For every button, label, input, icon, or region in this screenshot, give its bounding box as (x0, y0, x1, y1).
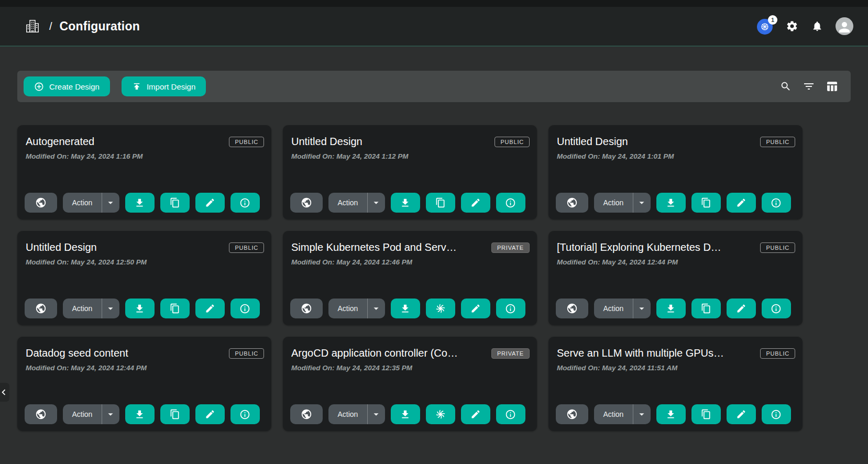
design-card[interactable]: Autogenerated PUBLIC Modified On: May 24… (17, 125, 271, 219)
action-button-label[interactable]: Action (328, 304, 367, 313)
edit-button[interactable] (461, 404, 490, 424)
bell-icon[interactable] (810, 19, 824, 33)
caret-down-icon[interactable] (633, 197, 651, 208)
design-title: Untitled Design (557, 136, 628, 148)
clone-button[interactable] (426, 193, 455, 213)
visibility-globe-button[interactable] (556, 299, 588, 318)
edit-button[interactable] (195, 193, 225, 213)
visibility-globe-button[interactable] (25, 299, 57, 318)
action-button-label[interactable]: Action (63, 304, 102, 313)
action-button-label[interactable]: Action (63, 198, 102, 207)
action-split-button[interactable]: Action (63, 299, 119, 318)
download-button[interactable] (391, 404, 420, 424)
action-button-label[interactable]: Action (328, 198, 367, 207)
caret-down-icon[interactable] (368, 197, 385, 208)
info-button[interactable] (762, 404, 791, 424)
visibility-globe-button[interactable] (556, 193, 588, 213)
card-actions: Action (290, 404, 525, 424)
info-button[interactable] (496, 193, 525, 213)
visibility-globe-button[interactable] (25, 404, 57, 424)
caret-down-icon[interactable] (633, 408, 651, 420)
edit-button[interactable] (461, 193, 490, 213)
action-split-button[interactable]: Action (328, 404, 385, 424)
action-split-button[interactable]: Action (594, 299, 651, 318)
visibility-globe-button[interactable] (290, 404, 323, 424)
filter-icon[interactable] (803, 80, 815, 93)
design-button[interactable] (426, 299, 455, 318)
download-button[interactable] (125, 193, 155, 213)
design-card[interactable]: ArgoCD application controller (Co… PRIVA… (283, 337, 537, 431)
table-view-icon[interactable] (826, 80, 838, 93)
design-card[interactable]: Untitled Design PUBLIC Modified On: May … (283, 125, 537, 219)
edit-button[interactable] (727, 193, 756, 213)
download-button[interactable] (656, 404, 686, 424)
action-button-label[interactable]: Action (594, 304, 633, 313)
download-button[interactable] (391, 299, 420, 318)
caret-down-icon[interactable] (633, 303, 651, 314)
download-button[interactable] (125, 299, 155, 318)
search-icon[interactable] (779, 80, 792, 93)
caret-down-icon[interactable] (102, 303, 119, 314)
globe-icon (35, 303, 47, 314)
clone-button[interactable] (160, 299, 190, 318)
design-card[interactable]: Simple Kubernetes Pod and Serv… PRIVATE … (283, 231, 537, 325)
design-card[interactable]: Untitled Design PUBLIC Modified On: May … (17, 231, 271, 325)
action-button-label[interactable]: Action (63, 410, 102, 418)
design-card[interactable]: Untitled Design PUBLIC Modified On: May … (548, 125, 803, 219)
caret-down-icon[interactable] (368, 303, 385, 314)
clone-button[interactable] (160, 193, 190, 213)
import-design-button[interactable]: Import Design (122, 76, 206, 96)
visibility-globe-button[interactable] (556, 404, 588, 424)
visibility-globe-button[interactable] (290, 193, 323, 213)
create-design-label: Create Design (49, 82, 100, 91)
action-split-button[interactable]: Action (328, 193, 385, 213)
edit-button[interactable] (195, 404, 225, 424)
building-icon[interactable] (24, 18, 41, 35)
info-icon (771, 409, 782, 420)
action-split-button[interactable]: Action (594, 193, 651, 213)
action-button-label[interactable]: Action (594, 198, 633, 207)
info-button[interactable] (496, 404, 525, 424)
caret-down-icon[interactable] (368, 408, 385, 420)
kubernetes-context-button[interactable]: 1 (757, 18, 774, 35)
clone-button[interactable] (691, 193, 721, 213)
action-split-button[interactable]: Action (328, 299, 385, 318)
action-button-label[interactable]: Action (328, 410, 367, 418)
clone-button[interactable] (160, 404, 190, 424)
caret-down-icon[interactable] (102, 408, 119, 420)
globe-icon (35, 408, 47, 420)
download-button[interactable] (391, 193, 420, 213)
action-button-label[interactable]: Action (594, 410, 633, 418)
design-card[interactable]: [Tutorial] Exploring Kubernetes D… PUBLI… (548, 231, 803, 325)
visibility-globe-button[interactable] (290, 299, 323, 318)
design-button[interactable] (426, 404, 455, 424)
caret-down-icon[interactable] (102, 197, 119, 208)
design-card[interactable]: Serve an LLM with multiple GPUs… PUBLIC … (548, 337, 803, 431)
action-split-button[interactable]: Action (63, 193, 119, 213)
info-button[interactable] (230, 193, 260, 213)
edit-button[interactable] (195, 299, 225, 318)
design-card[interactable]: Datadog seed content PUBLIC Modified On:… (17, 337, 271, 431)
create-design-button[interactable]: Create Design (24, 76, 110, 96)
edit-button[interactable] (461, 299, 490, 318)
edit-button[interactable] (727, 404, 756, 424)
avatar[interactable] (836, 17, 853, 35)
download-button[interactable] (656, 193, 686, 213)
action-split-button[interactable]: Action (63, 404, 119, 424)
clone-button[interactable] (691, 404, 721, 424)
action-split-button[interactable]: Action (594, 404, 651, 424)
sidebar-collapse-handle[interactable] (0, 383, 9, 402)
info-button[interactable] (230, 404, 260, 424)
copy-icon (435, 197, 446, 208)
download-button[interactable] (656, 299, 686, 318)
edit-button[interactable] (727, 299, 756, 318)
info-button[interactable] (762, 193, 791, 213)
info-button[interactable] (230, 299, 260, 318)
visibility-globe-button[interactable] (25, 193, 57, 213)
import-design-label: Import Design (147, 82, 195, 91)
download-button[interactable] (125, 404, 155, 424)
info-button[interactable] (762, 299, 791, 318)
gear-icon[interactable] (785, 19, 799, 33)
info-button[interactable] (496, 299, 525, 318)
clone-button[interactable] (691, 299, 721, 318)
